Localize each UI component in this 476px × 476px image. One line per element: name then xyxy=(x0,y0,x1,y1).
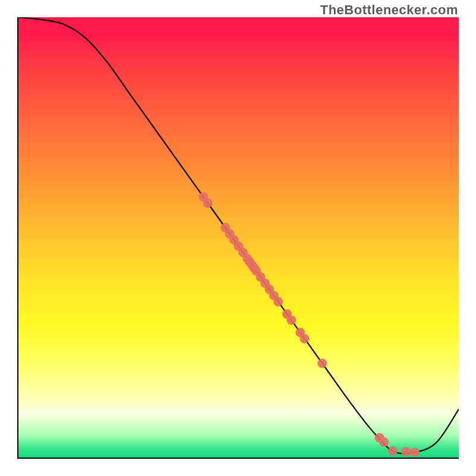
data-point xyxy=(379,437,389,447)
data-point xyxy=(401,447,411,456)
data-point xyxy=(388,446,397,456)
plot-area xyxy=(17,17,459,459)
chart-container: TheBottlenecker.com xyxy=(0,0,476,476)
watermark-label: TheBottlenecker.com xyxy=(320,2,458,18)
bottleneck-curve xyxy=(18,17,459,453)
chart-svg xyxy=(18,17,459,458)
data-point xyxy=(274,297,283,306)
data-point xyxy=(203,198,212,208)
data-point xyxy=(318,359,327,368)
data-point xyxy=(287,315,296,325)
data-point xyxy=(410,447,419,457)
data-point xyxy=(300,334,309,343)
curve-path xyxy=(18,17,459,453)
highlighted-points xyxy=(199,192,419,457)
